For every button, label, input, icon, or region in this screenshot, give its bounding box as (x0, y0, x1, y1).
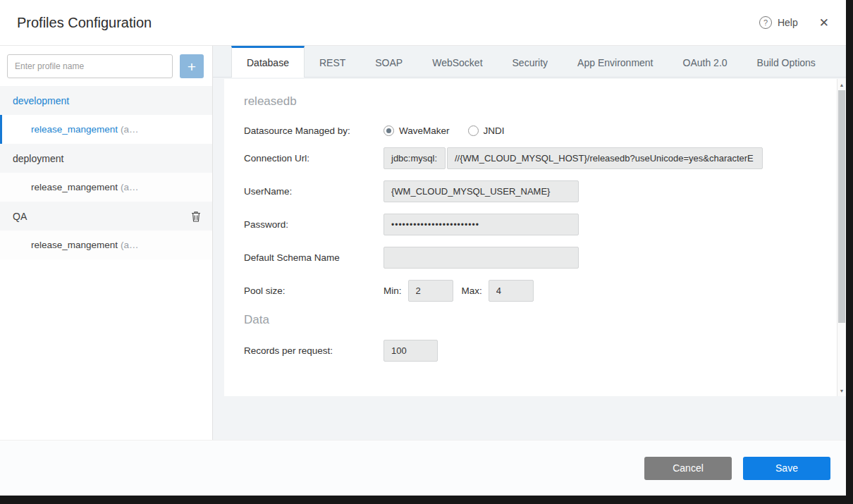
pool-max-input[interactable] (489, 280, 534, 302)
username-label: UserName: (244, 186, 383, 197)
tab-build-options[interactable]: Build Options (742, 46, 830, 77)
default-schema-label: Default Schema Name (244, 252, 383, 263)
cancel-button[interactable]: Cancel (644, 457, 732, 480)
screen-background: Profiles Configuration ? Help ✕ + develo… (0, 0, 853, 504)
records-per-request-label: Records per request: (244, 345, 383, 356)
scroll-up-icon[interactable]: ▲ (837, 80, 846, 90)
scroll-down-icon[interactable]: ▼ (837, 386, 846, 395)
pool-min-input[interactable] (408, 280, 453, 302)
profile-group-label: QA (13, 211, 27, 222)
help-icon[interactable]: ? (759, 16, 772, 29)
tab-security[interactable]: Security (498, 46, 563, 77)
username-input[interactable] (383, 180, 579, 202)
profile-child-label: release_mangement (31, 124, 118, 135)
datasource-managed-by-label: Datasource Managed by: (244, 125, 383, 136)
password-label: Password: (244, 219, 383, 230)
radio-selected-icon (383, 125, 394, 136)
vertical-scrollbar[interactable]: ▲ ▼ (837, 79, 846, 396)
dialog-footer: Cancel Save (0, 440, 846, 496)
radio-jndi-label: JNDI (484, 125, 505, 136)
profile-name-input[interactable] (7, 54, 173, 78)
profile-search-row: + (0, 46, 212, 86)
profile-group-label: deployment (13, 153, 63, 164)
connection-url-row: Connection Url: jdbc:mysql: (244, 147, 818, 169)
help-link[interactable]: Help (778, 17, 798, 28)
database-section-title: releasedb (244, 94, 818, 109)
pool-min-label: Min: (383, 285, 402, 296)
sidebar-item-qa[interactable]: QA (0, 202, 212, 231)
save-button[interactable]: Save (743, 457, 830, 480)
datasource-row: Datasource Managed by: WaveMaker JNDI (244, 125, 818, 136)
profile-child-label: release_mangement (31, 240, 118, 250)
profile-group-label: development (13, 95, 69, 106)
connection-url-label: Connection Url: (244, 153, 383, 164)
dialog-title: Profiles Configuration (17, 15, 152, 31)
sidebar-item-development[interactable]: development (0, 86, 212, 115)
dialog-body: + development release_mangement (a… depl… (0, 46, 846, 440)
tab-content-area: releasedb Datasource Managed by: WaveMak… (213, 78, 846, 440)
pool-size-label: Pool size: (244, 285, 383, 296)
sidebar-item-release-mangement-qa[interactable]: release_mangement (a… (0, 231, 212, 259)
header-actions: ? Help ✕ (759, 16, 829, 29)
radio-jndi[interactable]: JNDI (468, 125, 505, 136)
default-schema-row: Default Schema Name (244, 247, 818, 269)
profile-child-label: release_mangement (31, 182, 118, 192)
records-per-request-input[interactable] (383, 340, 438, 362)
tab-database[interactable]: Database (231, 46, 305, 78)
profiles-configuration-dialog: Profiles Configuration ? Help ✕ + develo… (0, 0, 846, 496)
password-input[interactable] (383, 214, 579, 235)
sidebar-item-release-mangement-development[interactable]: release_mangement (a… (0, 115, 212, 144)
password-row: Password: (244, 214, 818, 235)
tab-rest[interactable]: REST (305, 46, 360, 77)
connection-protocol-prefix: jdbc:mysql: (383, 147, 446, 169)
tab-bar: Database REST SOAP WebSocket Security Ap… (213, 46, 846, 78)
connection-url-input[interactable] (447, 147, 763, 169)
tab-app-environment[interactable]: App Environment (563, 46, 668, 77)
default-schema-input[interactable] (383, 247, 579, 269)
scrollbar-thumb[interactable] (838, 90, 845, 323)
data-section-title: Data (244, 313, 818, 327)
sidebar-item-deployment[interactable]: deployment (0, 144, 212, 173)
profiles-sidebar: + development release_mangement (a… depl… (0, 46, 213, 440)
datasource-radio-group: WaveMaker JNDI (383, 125, 505, 136)
radio-wavemaker[interactable]: WaveMaker (383, 125, 450, 136)
database-settings-panel: releasedb Datasource Managed by: WaveMak… (224, 79, 846, 396)
username-row: UserName: (244, 180, 818, 202)
trash-icon[interactable] (191, 211, 201, 222)
profile-child-suffix: (a… (121, 124, 139, 135)
sidebar-item-release-mangement-deployment[interactable]: release_mangement (a… (0, 173, 212, 202)
profile-child-suffix: (a… (121, 182, 139, 192)
tab-oauth[interactable]: OAuth 2.0 (668, 46, 742, 77)
pool-size-row: Pool size: Min: Max: (244, 280, 818, 302)
radio-wavemaker-label: WaveMaker (399, 125, 450, 136)
radio-unselected-icon (468, 125, 479, 136)
add-profile-button[interactable]: + (180, 54, 204, 78)
profile-list: development release_mangement (a… deploy… (0, 86, 212, 440)
pool-max-label: Max: (462, 285, 482, 296)
close-icon[interactable]: ✕ (819, 17, 829, 29)
tab-websocket[interactable]: WebSocket (417, 46, 497, 77)
main-panel: Database REST SOAP WebSocket Security Ap… (213, 46, 846, 440)
records-per-request-row: Records per request: (244, 340, 818, 362)
profile-child-suffix: (a… (121, 240, 139, 250)
dialog-header: Profiles Configuration ? Help ✕ (0, 0, 846, 46)
tab-soap[interactable]: SOAP (360, 46, 417, 77)
